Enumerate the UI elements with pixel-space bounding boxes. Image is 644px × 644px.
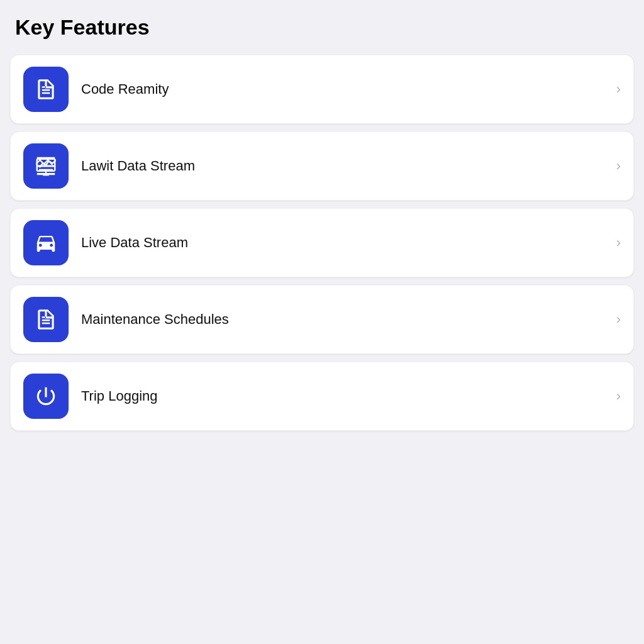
- feature-item-code-reamity[interactable]: Code Reamity ›: [10, 55, 634, 124]
- maintenance-schedules-icon-wrap: [23, 297, 69, 342]
- page-title: Key Features: [10, 15, 634, 40]
- trip-logging-icon-wrap: [23, 374, 69, 419]
- lawit-data-stream-chevron: ›: [616, 158, 621, 174]
- code-reamity-icon-wrap: [23, 67, 69, 112]
- feature-list: Code Reamity › Lawit Data Stream › Live …: [10, 55, 634, 431]
- power-icon: [34, 384, 58, 408]
- lawit-data-stream-icon-wrap: [23, 143, 69, 189]
- document-icon: [34, 77, 58, 101]
- chart-icon: [34, 154, 58, 178]
- maintenance-schedules-chevron: ›: [616, 311, 621, 328]
- trip-logging-label: Trip Logging: [81, 388, 610, 404]
- feature-item-maintenance-schedules[interactable]: Maintenance Schedules ›: [10, 285, 634, 354]
- code-reamity-chevron: ›: [616, 81, 621, 97]
- code-reamity-label: Code Reamity: [81, 81, 610, 97]
- lawit-data-stream-label: Lawit Data Stream: [81, 158, 610, 174]
- feature-item-trip-logging[interactable]: Trip Logging ›: [10, 362, 634, 431]
- car-icon: [34, 231, 58, 255]
- live-data-stream-icon-wrap: [23, 220, 69, 265]
- trip-logging-chevron: ›: [616, 388, 621, 404]
- maintenance-schedules-label: Maintenance Schedules: [81, 311, 610, 328]
- feature-item-lawit-data-stream[interactable]: Lawit Data Stream ›: [10, 131, 634, 201]
- maintenance-icon: [34, 308, 58, 331]
- feature-item-live-data-stream[interactable]: Live Data Stream ›: [10, 208, 634, 277]
- live-data-stream-label: Live Data Stream: [81, 235, 610, 251]
- live-data-stream-chevron: ›: [616, 235, 621, 251]
